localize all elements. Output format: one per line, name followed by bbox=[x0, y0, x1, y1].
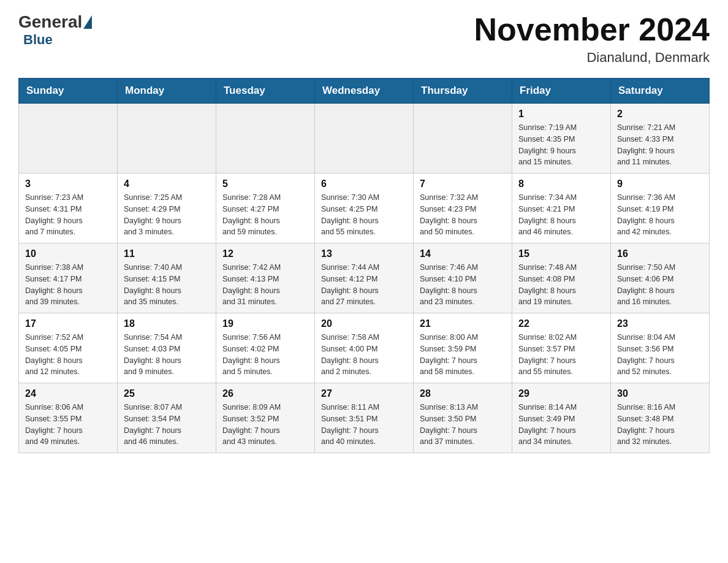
day-info-3: Sunrise: 7:23 AM Sunset: 4:31 PM Dayligh… bbox=[25, 192, 111, 238]
day-info-25: Sunrise: 8:07 AM Sunset: 3:54 PM Dayligh… bbox=[124, 402, 210, 448]
calendar-cell-0-0 bbox=[19, 104, 118, 174]
day-info-11: Sunrise: 7:40 AM Sunset: 4:15 PM Dayligh… bbox=[124, 262, 210, 308]
logo-triangle-icon bbox=[83, 15, 92, 29]
day-number-21: 21 bbox=[420, 318, 506, 329]
day-number-8: 8 bbox=[518, 178, 604, 190]
day-number-5: 5 bbox=[222, 178, 308, 190]
day-info-18: Sunrise: 7:54 AM Sunset: 4:03 PM Dayligh… bbox=[124, 332, 210, 378]
header-wednesday: Wednesday bbox=[315, 79, 414, 104]
calendar-cell-2-5: 15Sunrise: 7:48 AM Sunset: 4:08 PM Dayli… bbox=[512, 243, 611, 313]
day-number-3: 3 bbox=[25, 178, 111, 190]
calendar-cell-4-6: 30Sunrise: 8:16 AM Sunset: 3:48 PM Dayli… bbox=[611, 383, 710, 453]
day-info-8: Sunrise: 7:34 AM Sunset: 4:21 PM Dayligh… bbox=[518, 192, 604, 238]
day-info-30: Sunrise: 8:16 AM Sunset: 3:48 PM Dayligh… bbox=[617, 402, 703, 448]
calendar-cell-2-6: 16Sunrise: 7:50 AM Sunset: 4:06 PM Dayli… bbox=[611, 243, 710, 313]
day-info-21: Sunrise: 8:00 AM Sunset: 3:59 PM Dayligh… bbox=[420, 332, 506, 378]
calendar-cell-4-4: 28Sunrise: 8:13 AM Sunset: 3:50 PM Dayli… bbox=[414, 383, 512, 453]
calendar-cell-3-5: 22Sunrise: 8:02 AM Sunset: 3:57 PM Dayli… bbox=[512, 313, 611, 383]
header-saturday: Saturday bbox=[611, 79, 710, 104]
day-number-13: 13 bbox=[321, 248, 407, 259]
day-info-7: Sunrise: 7:32 AM Sunset: 4:23 PM Dayligh… bbox=[420, 192, 506, 238]
calendar-cell-2-1: 11Sunrise: 7:40 AM Sunset: 4:15 PM Dayli… bbox=[118, 243, 216, 313]
header-friday: Friday bbox=[512, 79, 611, 104]
day-info-15: Sunrise: 7:48 AM Sunset: 4:08 PM Dayligh… bbox=[518, 262, 604, 308]
day-info-5: Sunrise: 7:28 AM Sunset: 4:27 PM Dayligh… bbox=[222, 192, 308, 238]
calendar-cell-4-0: 24Sunrise: 8:06 AM Sunset: 3:55 PM Dayli… bbox=[19, 383, 118, 453]
calendar-cell-1-2: 5Sunrise: 7:28 AM Sunset: 4:27 PM Daylig… bbox=[216, 174, 315, 243]
logo-general-text: General bbox=[18, 12, 82, 32]
day-info-26: Sunrise: 8:09 AM Sunset: 3:52 PM Dayligh… bbox=[222, 402, 308, 448]
day-info-23: Sunrise: 8:04 AM Sunset: 3:56 PM Dayligh… bbox=[617, 332, 703, 378]
day-number-12: 12 bbox=[222, 248, 308, 259]
day-info-29: Sunrise: 8:14 AM Sunset: 3:49 PM Dayligh… bbox=[518, 402, 604, 448]
day-number-1: 1 bbox=[518, 109, 604, 120]
calendar-cell-0-6: 2Sunrise: 7:21 AM Sunset: 4:33 PM Daylig… bbox=[611, 104, 710, 174]
day-number-15: 15 bbox=[518, 248, 604, 259]
day-number-24: 24 bbox=[25, 388, 111, 399]
day-number-14: 14 bbox=[420, 248, 506, 259]
logo-blue-text: Blue bbox=[23, 32, 53, 47]
day-number-6: 6 bbox=[321, 178, 407, 190]
day-number-11: 11 bbox=[124, 248, 210, 259]
day-info-1: Sunrise: 7:19 AM Sunset: 4:35 PM Dayligh… bbox=[518, 122, 604, 168]
subtitle: Dianalund, Denmark bbox=[474, 50, 710, 66]
week-row-1: 1Sunrise: 7:19 AM Sunset: 4:35 PM Daylig… bbox=[19, 104, 710, 174]
day-number-2: 2 bbox=[617, 109, 703, 120]
week-row-5: 24Sunrise: 8:06 AM Sunset: 3:55 PM Dayli… bbox=[19, 383, 710, 453]
calendar-cell-3-4: 21Sunrise: 8:00 AM Sunset: 3:59 PM Dayli… bbox=[414, 313, 512, 383]
weekday-header-row: Sunday Monday Tuesday Wednesday Thursday… bbox=[19, 79, 710, 104]
day-number-20: 20 bbox=[321, 318, 407, 329]
calendar-cell-0-2 bbox=[216, 104, 315, 174]
calendar-cell-4-1: 25Sunrise: 8:07 AM Sunset: 3:54 PM Dayli… bbox=[118, 383, 216, 453]
day-number-17: 17 bbox=[25, 318, 111, 329]
calendar-cell-0-5: 1Sunrise: 7:19 AM Sunset: 4:35 PM Daylig… bbox=[512, 104, 611, 174]
day-number-9: 9 bbox=[617, 178, 703, 190]
calendar-cell-0-3 bbox=[315, 104, 414, 174]
day-info-2: Sunrise: 7:21 AM Sunset: 4:33 PM Dayligh… bbox=[617, 122, 703, 168]
day-number-4: 4 bbox=[124, 178, 210, 190]
calendar-cell-4-3: 27Sunrise: 8:11 AM Sunset: 3:51 PM Dayli… bbox=[315, 383, 414, 453]
day-number-28: 28 bbox=[420, 388, 506, 399]
calendar-cell-1-6: 9Sunrise: 7:36 AM Sunset: 4:19 PM Daylig… bbox=[611, 174, 710, 243]
header-monday: Monday bbox=[118, 79, 216, 104]
logo-text: General bbox=[18, 12, 93, 32]
day-number-16: 16 bbox=[617, 248, 703, 259]
calendar-cell-0-4 bbox=[414, 104, 512, 174]
day-info-24: Sunrise: 8:06 AM Sunset: 3:55 PM Dayligh… bbox=[25, 402, 111, 448]
header-thursday: Thursday bbox=[414, 79, 512, 104]
calendar-cell-1-0: 3Sunrise: 7:23 AM Sunset: 4:31 PM Daylig… bbox=[19, 174, 118, 243]
calendar-cell-1-5: 8Sunrise: 7:34 AM Sunset: 4:21 PM Daylig… bbox=[512, 174, 611, 243]
day-number-27: 27 bbox=[321, 388, 407, 399]
day-info-27: Sunrise: 8:11 AM Sunset: 3:51 PM Dayligh… bbox=[321, 402, 407, 448]
title-area: November 2024 Dianalund, Denmark bbox=[474, 12, 710, 66]
day-number-25: 25 bbox=[124, 388, 210, 399]
calendar-cell-4-2: 26Sunrise: 8:09 AM Sunset: 3:52 PM Dayli… bbox=[216, 383, 315, 453]
day-info-16: Sunrise: 7:50 AM Sunset: 4:06 PM Dayligh… bbox=[617, 262, 703, 308]
day-info-14: Sunrise: 7:46 AM Sunset: 4:10 PM Dayligh… bbox=[420, 262, 506, 308]
week-row-2: 3Sunrise: 7:23 AM Sunset: 4:31 PM Daylig… bbox=[19, 174, 710, 243]
day-number-23: 23 bbox=[617, 318, 703, 329]
calendar-cell-1-3: 6Sunrise: 7:30 AM Sunset: 4:25 PM Daylig… bbox=[315, 174, 414, 243]
header-sunday: Sunday bbox=[19, 79, 118, 104]
calendar-cell-1-1: 4Sunrise: 7:25 AM Sunset: 4:29 PM Daylig… bbox=[118, 174, 216, 243]
day-info-10: Sunrise: 7:38 AM Sunset: 4:17 PM Dayligh… bbox=[25, 262, 111, 308]
day-info-28: Sunrise: 8:13 AM Sunset: 3:50 PM Dayligh… bbox=[420, 402, 506, 448]
day-info-17: Sunrise: 7:52 AM Sunset: 4:05 PM Dayligh… bbox=[25, 332, 111, 378]
day-info-6: Sunrise: 7:30 AM Sunset: 4:25 PM Dayligh… bbox=[321, 192, 407, 238]
day-info-20: Sunrise: 7:58 AM Sunset: 4:00 PM Dayligh… bbox=[321, 332, 407, 378]
day-info-22: Sunrise: 8:02 AM Sunset: 3:57 PM Dayligh… bbox=[518, 332, 604, 378]
day-info-4: Sunrise: 7:25 AM Sunset: 4:29 PM Dayligh… bbox=[124, 192, 210, 238]
calendar-cell-0-1 bbox=[118, 104, 216, 174]
calendar-table: Sunday Monday Tuesday Wednesday Thursday… bbox=[18, 78, 710, 453]
calendar-cell-2-0: 10Sunrise: 7:38 AM Sunset: 4:17 PM Dayli… bbox=[19, 243, 118, 313]
day-number-22: 22 bbox=[518, 318, 604, 329]
day-info-9: Sunrise: 7:36 AM Sunset: 4:19 PM Dayligh… bbox=[617, 192, 703, 238]
week-row-3: 10Sunrise: 7:38 AM Sunset: 4:17 PM Dayli… bbox=[19, 243, 710, 313]
calendar-cell-2-3: 13Sunrise: 7:44 AM Sunset: 4:12 PM Dayli… bbox=[315, 243, 414, 313]
calendar-cell-2-2: 12Sunrise: 7:42 AM Sunset: 4:13 PM Dayli… bbox=[216, 243, 315, 313]
logo: General Blue bbox=[18, 12, 93, 48]
day-number-26: 26 bbox=[222, 388, 308, 399]
day-number-30: 30 bbox=[617, 388, 703, 399]
day-number-18: 18 bbox=[124, 318, 210, 329]
day-info-19: Sunrise: 7:56 AM Sunset: 4:02 PM Dayligh… bbox=[222, 332, 308, 378]
